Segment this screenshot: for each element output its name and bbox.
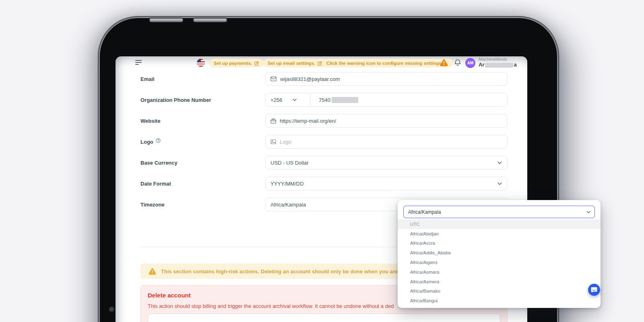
screenshot-stage: Set up payments. Set up email settings. … — [0, 0, 644, 322]
user-avatar[interactable]: AM — [465, 58, 475, 68]
warning-banner-text: This section contains high-risk actions.… — [161, 268, 412, 275]
form-row-currency: Base Currency USD - US Dollar — [140, 156, 508, 169]
logo-label: Logo — [140, 139, 265, 145]
envelope-icon — [270, 76, 277, 81]
timezone-value: Africa/Kampala — [270, 202, 306, 208]
briefcase-icon — [270, 118, 276, 124]
country-code-select[interactable]: +256 — [266, 97, 306, 103]
email-field[interactable]: wijas88321@paylaar.com — [265, 72, 508, 86]
logo-placeholder: Logo — [280, 139, 291, 145]
pill-label: Click the warning icon to configure miss… — [326, 61, 449, 66]
dateformat-select[interactable]: YYYY/MM/DD — [265, 177, 508, 190]
edit-icon — [254, 61, 259, 66]
phone-field: +256 7540 — [265, 93, 508, 107]
tablet-camera — [109, 307, 115, 312]
tablet-volume-button — [193, 18, 227, 23]
form-row-phone: Organization Phone Number +256 7540 — [140, 93, 508, 107]
delete-confirmation-input[interactable] — [148, 314, 500, 322]
dateformat-value: YYYY/MM/DD — [270, 181, 303, 187]
redacted-name — [485, 63, 513, 68]
timezone-option[interactable]: Africa/Algiers — [398, 258, 601, 267]
timezone-option[interactable]: Africa/Bamako — [398, 287, 601, 296]
redacted-phone — [332, 97, 358, 103]
email-label: Email — [140, 76, 265, 82]
configure-settings-banner[interactable]: Click the warning icon to configure miss… — [322, 59, 453, 67]
timezone-option[interactable]: Africa/Accra — [398, 239, 601, 248]
timezone-option-list: UTC Africa/Abidjan Africa/Accra Africa/A… — [398, 219, 601, 305]
timezone-option[interactable]: Africa/Bangui — [398, 296, 601, 305]
form-row-website: Website https://temp-mail.org/en/ — [140, 114, 508, 128]
timezone-label: Timezone — [140, 202, 265, 208]
chevron-down-icon — [497, 182, 502, 185]
dateformat-label: Date Format — [140, 181, 265, 187]
us-flag-icon[interactable] — [197, 59, 205, 67]
timezone-dropdown-panel: Africa/Kampala UTC Africa/Abidjan Africa… — [398, 200, 601, 308]
timezone-option[interactable]: Africa/Abidjan — [398, 229, 601, 239]
setup-email-banner[interactable]: Set up email settings. — [263, 59, 327, 67]
form-row-dateformat: Date Format YYYY/MM/DD — [140, 177, 508, 190]
logo-field[interactable]: Logo — [265, 135, 508, 149]
timezone-option[interactable]: UTC — [398, 219, 601, 229]
notifications-bell-icon[interactable] — [454, 59, 461, 66]
user-name: Ara — [479, 62, 517, 68]
website-value: https://temp-mail.org/en/ — [280, 118, 336, 124]
phone-value: 7540 — [319, 97, 330, 103]
phone-label: Organization Phone Number — [140, 97, 265, 103]
help-question-icon[interactable] — [156, 138, 161, 143]
timezone-option[interactable]: Africa/Addis_Ababa — [398, 248, 601, 258]
currency-select[interactable]: USD - US Dollar — [265, 156, 508, 169]
image-icon — [270, 139, 276, 144]
timezone-option[interactable]: Africa/Asmara — [398, 267, 601, 277]
pill-label: Set up email settings. — [268, 61, 315, 66]
chat-bubble-icon — [591, 287, 597, 293]
form-row-email: Email wijas88321@paylaar.com — [140, 72, 508, 86]
user-info[interactable]: MachineMinds Ara — [479, 57, 517, 68]
organization-name: MachineMinds — [479, 57, 517, 62]
warning-triangle-icon — [149, 268, 156, 275]
tablet-volume-button — [149, 18, 184, 23]
website-field[interactable]: https://temp-mail.org/en/ — [265, 114, 508, 128]
website-label: Website — [140, 118, 265, 124]
currency-value: USD - US Dollar — [270, 160, 309, 166]
timezone-combobox-value: Africa/Kampala — [408, 209, 441, 215]
chevron-down-icon — [293, 99, 297, 101]
chevron-down-icon — [586, 211, 590, 213]
timezone-combobox[interactable]: Africa/Kampala — [403, 206, 595, 218]
phone-number-input[interactable]: 7540 — [314, 97, 358, 103]
chevron-down-icon — [497, 161, 502, 164]
warning-icon[interactable] — [440, 59, 448, 66]
setup-payments-banner[interactable]: Set up payments. — [209, 59, 264, 67]
form-row-logo: Logo Logo — [140, 135, 508, 149]
currency-label: Base Currency — [140, 160, 265, 166]
email-value: wijas88321@paylaar.com — [280, 76, 340, 82]
field-divider — [310, 93, 310, 106]
country-code-value: +256 — [270, 97, 282, 103]
chat-launcher-button[interactable] — [588, 284, 600, 296]
menu-hamburger-icon[interactable] — [135, 60, 142, 66]
pill-label: Set up payments. — [214, 61, 252, 66]
timezone-option[interactable]: Africa/Asmera — [398, 277, 601, 287]
topbar: Set up payments. Set up email settings. … — [116, 56, 527, 70]
